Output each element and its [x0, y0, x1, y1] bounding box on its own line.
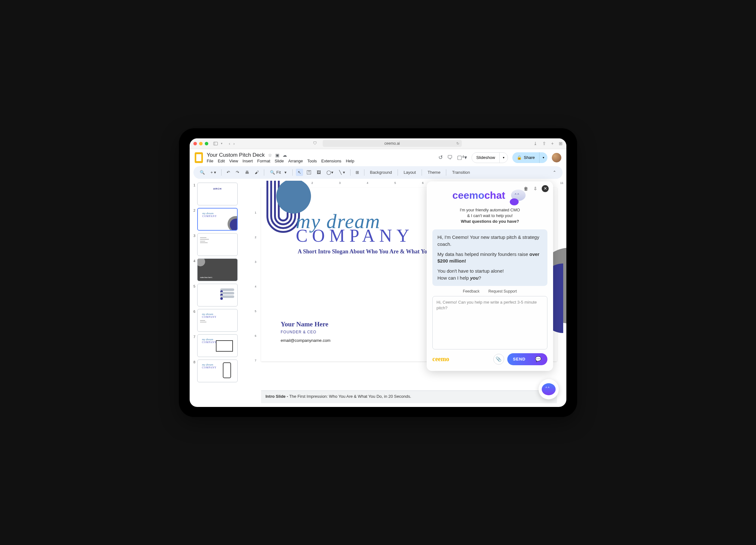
tablet-frame: ▾ ‹ › ⛉ ceemo.ai ↻ ⤓ ⇪ + ⊞ Your Custom P… — [179, 128, 577, 417]
layout-button[interactable]: Layout — [401, 169, 418, 176]
redo-icon[interactable]: ↷ — [234, 169, 241, 176]
maximize-window-icon[interactable] — [205, 142, 208, 145]
toolbar: 🔍 + ▾ ↶ ↷ 🖶 🖌 🔍 Fit ▾ ↖ 🅃 🖼 ◯▾ ╲ ▾ ⊞ Bac… — [193, 166, 563, 179]
thumb-number: 6 — [192, 309, 195, 332]
ruler-vertical: 12 34 56 7 — [254, 189, 259, 407]
circle-decoration — [276, 181, 311, 214]
slide-thumb-1[interactable]: ARCH — [197, 183, 238, 205]
menu-extensions[interactable]: Extensions — [321, 159, 342, 163]
transition-button[interactable]: Transition — [449, 169, 473, 176]
download-icon[interactable]: ⤓ — [533, 141, 537, 146]
background-button[interactable]: Background — [368, 169, 394, 176]
close-window-icon[interactable] — [193, 142, 197, 145]
undo-icon[interactable]: ↶ — [225, 169, 232, 176]
star-icon[interactable]: ☆ — [268, 153, 272, 158]
chat-input[interactable]: Hi, Ceemo! Can you help me write a perfe… — [432, 296, 547, 349]
new-tab-icon[interactable]: + — [551, 141, 554, 146]
window-controls — [193, 142, 208, 145]
doc-title[interactable]: Your Custom Pitch Deck — [207, 152, 265, 158]
bot-mascot-icon — [509, 190, 527, 205]
menu-arrange[interactable]: Arrange — [288, 159, 303, 163]
slideshow-button[interactable]: Slideshow ▾ — [472, 152, 508, 163]
slide-thumb-2[interactable]: my dreamCOMPANY — [197, 208, 238, 231]
browser-chrome: ▾ ‹ › ⛉ ceemo.ai ↻ ⤓ ⇪ + ⊞ — [190, 138, 566, 149]
notes-label: Intro Slide - — [265, 394, 289, 399]
menu-edit[interactable]: Edit — [218, 159, 225, 163]
reload-icon[interactable]: ↻ — [456, 142, 459, 146]
floating-chat-button[interactable] — [539, 379, 559, 399]
menu-view[interactable]: View — [229, 159, 238, 163]
slide-thumb-8[interactable]: my dreamCOMPANY — [197, 359, 238, 382]
minimize-window-icon[interactable] — [199, 142, 203, 145]
chat-message: Hi, I'm Ceemo! Your new startup pitch & … — [432, 230, 547, 286]
menu-bar: File Edit View Insert Format Slide Arran… — [207, 159, 435, 163]
shape-icon[interactable]: ◯▾ — [325, 169, 335, 176]
speaker-notes[interactable]: Intro Slide - The First Impression: Who … — [261, 390, 557, 403]
new-slide-icon[interactable]: + ▾ — [209, 169, 218, 176]
url-bar[interactable]: ceemo.ai ↻ — [323, 140, 462, 147]
slides-header: Your Custom Pitch Deck ☆ ▣ ☁ File Edit V… — [190, 149, 566, 166]
image-icon[interactable]: 🖼 — [315, 169, 323, 176]
menu-help[interactable]: Help — [346, 159, 354, 163]
back-button[interactable]: ‹ — [229, 141, 230, 146]
attach-icon[interactable]: 📎 — [493, 354, 504, 364]
user-avatar[interactable] — [552, 153, 561, 162]
slide-thumb-6[interactable]: my dreamCOMPANY▬▬▬▬▬▬▬▬▬ — [197, 309, 238, 332]
slide-email: email@companyname.com — [281, 338, 331, 343]
line-icon[interactable]: ╲ ▾ — [337, 169, 347, 176]
slide-thumb-5[interactable] — [197, 284, 238, 306]
slides-logo-icon[interactable] — [195, 152, 203, 163]
support-link[interactable]: Request Support — [488, 289, 517, 293]
slideshow-dropdown-icon[interactable]: ▾ — [500, 156, 508, 159]
url-text: ceemo.ai — [384, 141, 400, 146]
tabs-icon[interactable]: ⊞ — [559, 141, 563, 146]
share-dropdown-icon[interactable]: ▾ — [539, 152, 547, 163]
chat-intro: I'm your friendly automated CMO & I can'… — [432, 207, 547, 225]
menu-format[interactable]: Format — [257, 159, 270, 163]
menu-file[interactable]: File — [207, 159, 213, 163]
slide-thumb-3[interactable]: ▬▬▬▬▬▬▬▬▬▬▬▬▬▬▬▬▬▬▬▬▬▬ — [197, 233, 238, 256]
paint-format-icon[interactable]: 🖌 — [253, 169, 261, 176]
send-button[interactable]: SEND 💬 — [507, 353, 547, 365]
collapse-toolbar-icon[interactable]: ⌃ — [551, 169, 558, 176]
slide-thumb-4[interactable]: make them feel it. — [197, 259, 238, 281]
move-icon[interactable]: ▣ — [275, 153, 279, 158]
notes-text: The First Impression: Who You Are & What… — [289, 394, 411, 399]
comments-icon[interactable]: 🗨 — [447, 155, 453, 161]
ceemo-badge: ceemo — [432, 355, 490, 363]
bot-icon — [542, 383, 556, 395]
feedback-link[interactable]: Feedback — [463, 289, 480, 293]
screen: ▾ ‹ › ⛉ ceemo.ai ↻ ⤓ ⇪ + ⊞ Your Custom P… — [190, 138, 566, 407]
share-icon[interactable]: ⇪ — [542, 141, 546, 146]
slide-slogan: A Short Intro Slogan About Who You Are &… — [298, 248, 439, 255]
textbox-icon[interactable]: 🅃 — [305, 169, 313, 176]
comment-add-icon[interactable]: ⊞ — [354, 169, 361, 176]
zoom-select[interactable]: 🔍 Fit ▾ — [267, 169, 289, 175]
slide-thumb-7[interactable]: my dreamCOMPANY — [197, 334, 238, 357]
theme-button[interactable]: Theme — [425, 169, 443, 176]
menu-tools[interactable]: Tools — [307, 159, 317, 163]
share-button[interactable]: 🔒Share ▾ — [512, 152, 547, 163]
menu-insert[interactable]: Insert — [242, 159, 253, 163]
sidebar-toggle-icon[interactable] — [213, 142, 218, 145]
menu-slide[interactable]: Slide — [275, 159, 284, 163]
present-icon[interactable]: ▢⁴▾ — [457, 154, 467, 161]
chevron-down-icon[interactable]: ▾ — [221, 142, 223, 145]
history-icon[interactable]: ↺ — [438, 154, 443, 161]
close-chat-icon[interactable]: ✕ — [542, 185, 549, 192]
slide-title-2: COMPANY — [296, 226, 414, 246]
print-icon[interactable]: 🖶 — [243, 169, 251, 176]
search-icon[interactable]: 🔍 — [198, 169, 207, 176]
shield-icon[interactable]: ⛉ — [313, 141, 317, 146]
select-tool-icon[interactable]: ↖ — [296, 169, 303, 176]
forward-button[interactable]: › — [233, 141, 235, 146]
thumb-number: 3 — [192, 233, 195, 256]
thumb-number: 8 — [192, 359, 195, 382]
slide-name: Your Name Here — [281, 320, 328, 328]
chat-links: Feedback Request Support — [432, 289, 547, 293]
chat-panel: 🗑 ⇩ ✕ ceemochat I'm your friendly automa… — [427, 181, 553, 371]
download-chat-icon[interactable]: ⇩ — [532, 186, 539, 192]
thumb-number: 2 — [192, 208, 195, 231]
thumb-number: 1 — [192, 183, 195, 205]
cloud-icon[interactable]: ☁ — [283, 153, 287, 158]
